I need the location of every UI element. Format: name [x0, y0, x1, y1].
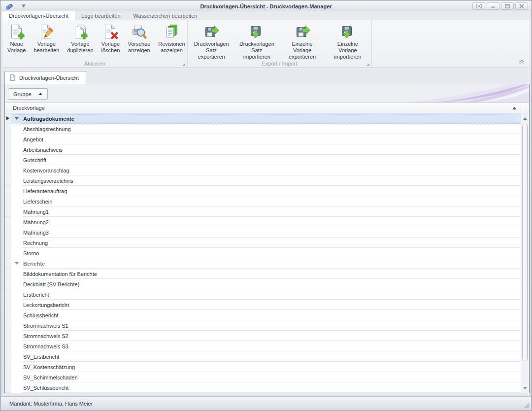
ribbon-button-vorlage-duplizieren[interactable]: Vorlage duplizieren — [63, 22, 97, 61]
maximize-button[interactable] — [501, 2, 514, 10]
table-row-body[interactable]: Leckortungsbericht — [11, 300, 521, 310]
table-row-body[interactable]: Lieferschein — [11, 196, 521, 206]
table-row[interactable]: Deckblatt (SV Berichte) — [5, 279, 521, 289]
table-row-body[interactable]: Bilddokumentation für Berichte — [11, 269, 521, 279]
table-row[interactable]: Leistungsverzeichnis — [5, 175, 521, 186]
group-dialog-launcher-icon[interactable] — [182, 63, 185, 66]
ribbon-button-label: Vorlage bearbeiten — [33, 41, 59, 54]
group-row-berichte[interactable]: Berichte — [5, 258, 521, 269]
table-row-label: Abschlagsrechnung — [11, 126, 71, 132]
table-row-body[interactable]: Mahnung2 — [11, 217, 521, 227]
table-row[interactable]: SV_Erstbericht — [5, 351, 521, 362]
table-row[interactable]: Lieferantenauftrag — [5, 186, 521, 196]
ribbon-button-einzelne-vorlage-exportieren[interactable]: Einzelne Vorlage exportieren — [280, 22, 325, 61]
table-row[interactable]: Stromnachweis S2 — [5, 331, 521, 341]
close-button[interactable] — [515, 2, 528, 10]
table-row[interactable]: Mahnung2 — [5, 217, 521, 227]
table-row-body[interactable]: SV_Kostenschätzung — [11, 362, 521, 372]
table-row-body[interactable]: Deckblatt (SV Berichte) — [11, 279, 521, 289]
ribbon-button-druckvorlagen-satz-importieren[interactable]: Druckvorlagen Satz importieren — [234, 22, 279, 61]
row-indicator-cell — [5, 310, 11, 320]
table-row-label: Arbeitsnachweis — [11, 147, 63, 153]
table-row[interactable]: Rechnung — [5, 238, 521, 248]
table-row-body[interactable]: Stromnachweis S2 — [11, 331, 521, 341]
table-row[interactable]: Stromnachweis S3 — [5, 341, 521, 351]
app-menu-icon[interactable] — [5, 2, 14, 10]
table-row[interactable]: Mahnung3 — [5, 227, 521, 238]
ribbon-button-vorlage-löschen[interactable]: Vorlage löschen — [98, 22, 124, 61]
table-row[interactable]: SV_Schimmelschaden — [5, 372, 521, 382]
table-row[interactable]: Gutschrift — [5, 155, 521, 165]
ribbon-collapse-icon[interactable] — [518, 59, 526, 65]
table-row[interactable]: Erstbericht — [5, 289, 521, 300]
quick-access-dropdown-icon[interactable] — [21, 4, 27, 9]
status-mandant-text: Mandant: Musterfirma, Hans Meier — [9, 401, 93, 407]
table-row-body[interactable]: Mahnung3 — [11, 227, 521, 238]
table-row-body[interactable]: Abschlagsrechnung — [11, 124, 521, 134]
table-row-body[interactable]: SV_Schimmelschaden — [11, 372, 521, 382]
row-indicator-cell — [5, 341, 11, 351]
ribbon-button-druckvorlagen-satz-exportieren[interactable]: Druckvorlagen Satz exportieren — [189, 22, 234, 61]
group-row-body[interactable]: Auftragsdokumente — [11, 113, 521, 124]
table-row-body[interactable]: SV_Schlussbericht — [11, 382, 521, 393]
table-row-body[interactable]: Mahnung1 — [11, 206, 521, 217]
ribbon-button-vorschau-anzeigen[interactable]: Vorschau anzeigen — [124, 22, 154, 61]
group-row-body[interactable]: Berichte — [11, 258, 521, 269]
table-row[interactable]: Abschlagsrechnung — [5, 124, 521, 134]
scrollbar-thumb[interactable] — [522, 124, 528, 361]
ribbon-button-vorlage-bearbeiten[interactable]: Vorlage bearbeiten — [30, 22, 63, 61]
table-row[interactable]: Lieferschein — [5, 196, 521, 206]
ribbon-button-label: Revisionen anzeigen — [158, 41, 185, 54]
minimize-button[interactable] — [487, 2, 499, 10]
table-row-body[interactable]: Leistungsverzeichnis — [11, 175, 521, 186]
fullscreen-button[interactable] — [472, 2, 485, 10]
ribbon-tab-logo-bearbeiten[interactable]: Logo bearbeiten — [75, 11, 127, 20]
grouped-column-button[interactable]: Gruppe — [8, 88, 48, 100]
table-row-body[interactable]: Schlussbericht — [11, 310, 521, 320]
ribbon-tab-wasserzeichen-bearbeiten[interactable]: Wasserzeichen bearbeiten — [127, 11, 204, 20]
table-row-body[interactable]: Rechnung — [11, 238, 521, 248]
ribbon-tab-druckvorlagen-übersicht[interactable]: Druckvorlagen-Übersicht — [2, 11, 75, 20]
row-indicator-cell — [5, 155, 11, 165]
table-row-body[interactable]: Gutschrift — [11, 155, 521, 165]
row-indicator-cell — [5, 175, 11, 186]
table-row-label: Leckortungsbericht — [11, 302, 69, 308]
table-row-body[interactable]: Storno — [11, 248, 521, 258]
table-row[interactable]: Stromnachweis S1 — [5, 320, 521, 331]
group-collapse-icon[interactable] — [15, 262, 19, 265]
table-row[interactable]: Mahnung1 — [5, 206, 521, 217]
ribbon-button-einzelne-vorlage-importieren[interactable]: Einzelne Vorlage importieren — [325, 22, 370, 61]
ribbon-button-neue-vorlage[interactable]: Neue Vorlage — [3, 22, 30, 61]
table-row-body[interactable]: Stromnachweis S1 — [11, 320, 521, 331]
table-row[interactable]: Kostenvoranschlag — [5, 165, 521, 175]
table-row-label: Lieferschein — [11, 199, 52, 205]
document-edit-icon — [38, 24, 54, 39]
table-row[interactable]: SV_Kostenschätzung — [5, 362, 521, 372]
table-row[interactable]: Schlussbericht — [5, 310, 521, 320]
table-row[interactable]: Bilddokumentation für Berichte — [5, 269, 521, 279]
column-header-druckvorlage[interactable]: Druckvorlage — [5, 103, 521, 113]
resize-grip[interactable] — [523, 402, 530, 409]
table-row[interactable]: Angebot — [5, 134, 521, 144]
group-dialog-launcher-icon[interactable] — [366, 63, 369, 66]
table-row-body[interactable]: Erstbericht — [11, 289, 521, 300]
table-row-body[interactable]: Lieferantenauftrag — [11, 186, 521, 196]
table-row-body[interactable]: Angebot — [11, 134, 521, 144]
table-row-body[interactable]: Kostenvoranschlag — [11, 165, 521, 175]
table-row-body[interactable]: Stromnachweis S3 — [11, 341, 521, 351]
table-row[interactable]: Leckortungsbericht — [5, 300, 521, 310]
scroll-down-icon[interactable] — [521, 384, 529, 392]
ribbon-button-revisionen-anzeigen[interactable]: Revisionen anzeigen — [154, 22, 189, 61]
table-row-body[interactable]: SV_Erstbericht — [11, 351, 521, 362]
table-row-body[interactable]: Arbeitsnachweis — [11, 144, 521, 155]
table-row[interactable]: Arbeitsnachweis — [5, 144, 521, 155]
vertical-scrollbar[interactable] — [521, 113, 529, 393]
table-row[interactable]: SV_Schlussbericht — [5, 382, 521, 393]
title-bar: Druckvorlagen-Übersicht - Druckvorlagen-… — [1, 1, 531, 11]
document-tab[interactable]: Druckvorlagen-Übersicht — [4, 71, 86, 84]
group-row-auftragsdokumente[interactable]: Auftragsdokumente — [5, 113, 521, 124]
row-indicator-cell — [5, 196, 11, 206]
scroll-up-icon[interactable] — [521, 114, 529, 122]
table-row[interactable]: Storno — [5, 248, 521, 258]
group-collapse-icon[interactable] — [15, 117, 19, 120]
